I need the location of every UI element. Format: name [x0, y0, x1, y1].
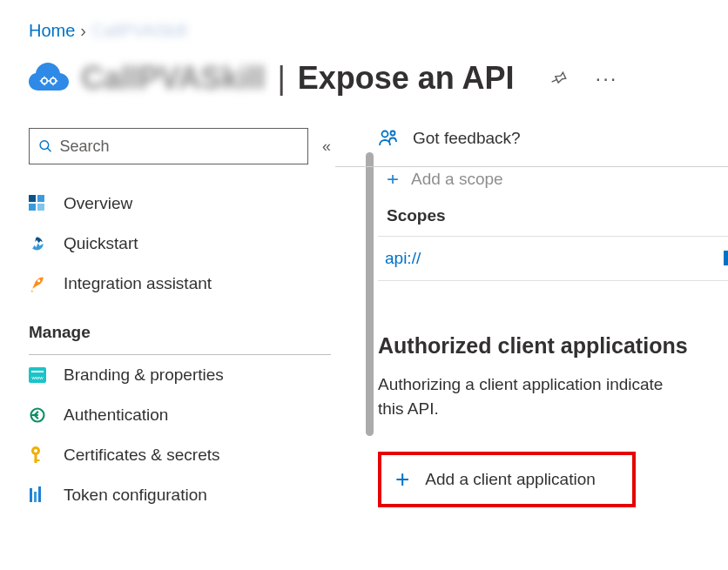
feedback-button[interactable]: Got feedback?: [378, 128, 728, 158]
feedback-icon: [378, 128, 399, 149]
scopes-header: Scopes: [378, 206, 728, 225]
svg-point-19: [382, 131, 388, 137]
sidebar-item-label: Integration assistant: [64, 274, 212, 293]
breadcrumb-separator: ›: [80, 21, 86, 41]
sidebar-item-label: Authentication: [64, 406, 168, 425]
add-client-application-button[interactable]: + Add a client application: [378, 452, 636, 507]
sidebar-item-branding[interactable]: www Branding & properties: [29, 355, 336, 395]
page-title: Expose an API: [298, 60, 515, 97]
breadcrumb-app[interactable]: CallPVASkill: [91, 21, 187, 41]
title-bar: CallPVASkill | Expose an API ···: [0, 41, 728, 98]
divider: [335, 166, 728, 167]
svg-text:www: www: [31, 375, 44, 380]
plus-icon: +: [395, 467, 409, 492]
scope-indicator: [724, 251, 728, 265]
authorized-apps-description: Authorizing a client application indicat…: [378, 372, 728, 420]
collapse-sidebar-icon[interactable]: «: [317, 137, 336, 156]
svg-rect-9: [31, 371, 44, 372]
svg-point-20: [391, 131, 395, 136]
quickstart-icon: [29, 235, 48, 252]
svg-rect-3: [29, 195, 36, 202]
plus-icon: +: [387, 175, 399, 184]
search-icon: [38, 138, 53, 154]
overview-icon: [29, 195, 48, 212]
title-separator: |: [277, 60, 285, 97]
sidebar-item-authentication[interactable]: Authentication: [29, 395, 336, 435]
sidebar-item-quickstart[interactable]: Quickstart: [29, 224, 336, 264]
search-input[interactable]: [60, 137, 299, 156]
sidebar-item-label: Token configuration: [64, 486, 207, 505]
feedback-label: Got feedback?: [413, 129, 521, 148]
authorized-apps-header: Authorized client applications: [378, 333, 728, 359]
auth-icon: [29, 406, 48, 424]
main-content: Got feedback? + Add a scope Scopes api:/…: [336, 128, 728, 567]
token-icon: [29, 486, 48, 504]
svg-point-13: [34, 449, 37, 453]
breadcrumb: Home › CallPVASkill: [0, 0, 728, 41]
sidebar-item-token-configuration[interactable]: Token configuration: [29, 475, 336, 515]
app-cloud-icon: [29, 58, 69, 98]
svg-point-7: [37, 279, 40, 282]
pin-icon[interactable]: [546, 66, 570, 91]
svg-rect-16: [30, 488, 32, 502]
svg-rect-18: [38, 486, 41, 502]
scope-link[interactable]: api://: [385, 249, 421, 267]
key-icon: [29, 446, 48, 465]
sidebar-item-certificates-secrets[interactable]: Certificates & secrets: [29, 435, 336, 475]
sidebar-item-integration-assistant[interactable]: Integration assistant: [29, 264, 336, 304]
svg-rect-14: [35, 454, 37, 463]
sidebar: « Overview Quickstart: [0, 128, 336, 567]
sidebar-item-overview[interactable]: Overview: [29, 184, 336, 224]
add-client-label: Add a client application: [425, 470, 595, 489]
sidebar-section-manage: Manage: [29, 304, 336, 354]
add-scope-label: Add a scope: [411, 170, 503, 189]
sidebar-item-label: Quickstart: [64, 234, 138, 253]
branding-icon: www: [29, 367, 48, 383]
svg-point-2: [40, 141, 49, 150]
svg-rect-17: [34, 492, 37, 502]
sidebar-item-label: Certificates & secrets: [64, 446, 220, 465]
svg-rect-5: [29, 204, 36, 211]
svg-rect-15: [35, 459, 40, 461]
rocket-icon: [29, 275, 48, 292]
svg-rect-6: [37, 204, 44, 211]
scope-row[interactable]: api://: [378, 237, 728, 281]
search-box[interactable]: [29, 128, 308, 164]
sidebar-item-label: Branding & properties: [64, 365, 224, 385]
more-icon[interactable]: ···: [595, 66, 619, 91]
add-scope-button[interactable]: + Add a scope: [378, 168, 728, 191]
sidebar-item-label: Overview: [64, 194, 132, 213]
app-name: CallPVASkill: [81, 60, 265, 97]
breadcrumb-home[interactable]: Home: [29, 21, 75, 41]
svg-rect-4: [37, 195, 44, 202]
